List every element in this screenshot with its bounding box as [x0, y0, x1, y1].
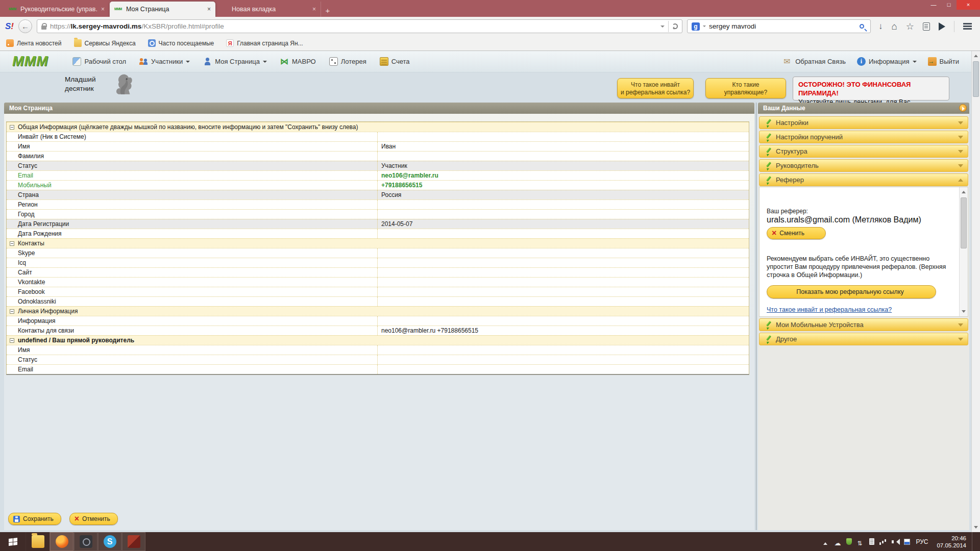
table-row[interactable]: Инвайт (Ник в Системе) — [7, 132, 749, 141]
table-row[interactable]: Дата Регистрации 2014-05-07 — [7, 219, 749, 229]
table-row[interactable]: Фамилия — [7, 151, 749, 161]
url-text[interactable]: https://lk.sergey-mavrodi.ms/KxSBR/profi… — [50, 22, 657, 30]
table-row[interactable]: Информация — [7, 316, 749, 325]
field-value[interactable]: Иван — [377, 142, 749, 151]
url-dropdown-icon[interactable] — [660, 26, 665, 30]
mmm-logo[interactable]: MMM — [12, 54, 48, 69]
menu-icon[interactable] — [963, 23, 972, 30]
browser-tab[interactable]: Моя Страница × — [110, 2, 215, 17]
table-row[interactable]: Icq — [7, 258, 749, 267]
field-value[interactable] — [377, 297, 749, 306]
field-value[interactable]: Россия — [377, 190, 749, 199]
table-row[interactable]: Сайт — [7, 267, 749, 277]
minimize-button[interactable]: — — [926, 0, 941, 10]
taskbar-app[interactable] — [97, 532, 121, 551]
bookmark-item[interactable]: Часто посещаемые — [148, 39, 214, 47]
table-row[interactable]: Имя — [7, 345, 749, 355]
field-value[interactable] — [377, 268, 749, 277]
accordion-section[interactable]: Структура — [759, 145, 968, 158]
field-value[interactable]: Участник — [377, 161, 749, 170]
accordion-section[interactable]: Руководитель — [759, 159, 968, 172]
accordion-section[interactable]: Реферер — [759, 173, 968, 186]
table-row[interactable]: Статус — [7, 355, 749, 364]
taskbar-app[interactable] — [26, 532, 50, 551]
start-button[interactable] — [0, 532, 26, 551]
browser-tab[interactable]: Руководительские (управ... × — [4, 2, 110, 17]
table-row[interactable]: Статус Участник — [7, 161, 749, 170]
field-value[interactable] — [377, 152, 749, 161]
site-nav-item[interactable]: Выйти — [928, 57, 960, 66]
taskbar-app[interactable] — [74, 532, 97, 551]
site-nav-item[interactable]: Рабочий стол — [72, 57, 126, 66]
accordion-section[interactable]: Настройки — [759, 116, 968, 129]
table-row[interactable]: Контакты для связи neo106@rambler.ru +79… — [7, 325, 749, 335]
table-row[interactable]: Facebook — [7, 287, 749, 296]
page-scrollbar[interactable] — [971, 51, 980, 532]
field-value[interactable] — [377, 355, 749, 364]
scroll-up-icon[interactable] — [972, 52, 980, 60]
promo-managers-button[interactable]: Кто такиеуправляющие? — [705, 78, 786, 98]
invite-help-link[interactable]: Что такое инвайт и реферальная ссылка? — [767, 306, 892, 313]
language-indicator[interactable]: РУС — [916, 538, 928, 545]
table-row[interactable]: Odnoklassniki — [7, 296, 749, 306]
home-icon[interactable] — [891, 21, 897, 31]
table-row[interactable]: Email neo106@rambler.ru — [7, 170, 749, 180]
field-value[interactable]: neo106@rambler.ru +79188656515 — [377, 326, 749, 335]
site-nav-item[interactable]: Моя Страница — [203, 57, 267, 66]
field-value[interactable] — [377, 229, 749, 238]
search-input[interactable]: sergey mavrodi — [709, 22, 856, 30]
table-row[interactable]: Дата Рождения — [7, 229, 749, 238]
reload-icon[interactable] — [672, 23, 678, 29]
table-row[interactable]: undefined / Ваш прямой руководитель — [7, 335, 749, 345]
table-row[interactable]: Skype — [7, 248, 749, 258]
downloads-icon[interactable] — [878, 22, 883, 31]
tab-close-icon[interactable]: × — [312, 6, 316, 13]
table-row[interactable]: Общая Информация (щёлкаете дважды мышкой… — [7, 122, 749, 132]
tray-icon[interactable] — [904, 539, 910, 545]
tray-icon[interactable] — [892, 538, 899, 545]
scroll-down-icon[interactable] — [972, 523, 980, 532]
bookmark-item[interactable]: Главная страница Ян... — [226, 39, 303, 47]
accordion-section[interactable]: Настройки поручений — [759, 131, 968, 143]
field-value[interactable] — [377, 287, 749, 296]
table-row[interactable]: Контакты — [7, 238, 749, 248]
tray-icon[interactable] — [834, 538, 841, 545]
accordion-section[interactable]: Другое — [759, 333, 968, 345]
field-value[interactable] — [377, 278, 749, 287]
collapse-icon[interactable] — [10, 338, 14, 343]
scrollbar-thumb[interactable] — [973, 61, 979, 97]
google-icon[interactable] — [692, 22, 700, 31]
collapse-icon[interactable] — [10, 309, 14, 314]
taskbar-app[interactable] — [121, 532, 145, 551]
tray-icon[interactable] — [879, 538, 887, 545]
tray-icon[interactable] — [869, 538, 874, 545]
plugin-icon[interactable] — [939, 22, 945, 31]
search-engine-dropdown-icon[interactable] — [703, 26, 706, 29]
table-row[interactable]: Email — [7, 364, 749, 374]
site-nav-item[interactable]: Участники — [139, 57, 190, 66]
table-row[interactable]: Vkontakte — [7, 277, 749, 287]
table-row[interactable]: Город — [7, 209, 749, 219]
search-bar[interactable]: sergey mavrodi — [687, 19, 871, 33]
field-value[interactable]: +79188656515 — [377, 181, 749, 190]
field-value[interactable] — [377, 365, 749, 374]
field-value[interactable]: neo106@rambler.ru — [377, 171, 749, 180]
table-row[interactable]: Мобильный +79188656515 — [7, 180, 749, 190]
site-nav-item[interactable]: Лотерея — [329, 57, 366, 66]
change-referer-button[interactable]: Сменить — [767, 227, 826, 239]
browser-logo[interactable]: S! — [5, 21, 14, 32]
taskbar-app[interactable] — [50, 532, 74, 551]
promo-invite-button[interactable]: Что такое инвайти реферальная ссылка? — [617, 78, 694, 98]
site-nav-item[interactable]: Обратная Связь — [783, 57, 846, 66]
save-button[interactable]: Сохранить — [8, 513, 61, 525]
field-value[interactable] — [377, 316, 749, 325]
field-value[interactable] — [377, 345, 749, 355]
field-value[interactable]: 2014-05-07 — [377, 219, 749, 229]
bookmarks-panel-icon[interactable] — [923, 22, 930, 31]
table-row[interactable]: Страна Россия — [7, 190, 749, 199]
field-value[interactable] — [377, 132, 749, 141]
field-value[interactable] — [377, 248, 749, 258]
close-button[interactable]: × — [957, 0, 980, 10]
site-nav-item[interactable]: МАВРО — [280, 57, 316, 66]
tray-icon[interactable] — [822, 538, 829, 545]
